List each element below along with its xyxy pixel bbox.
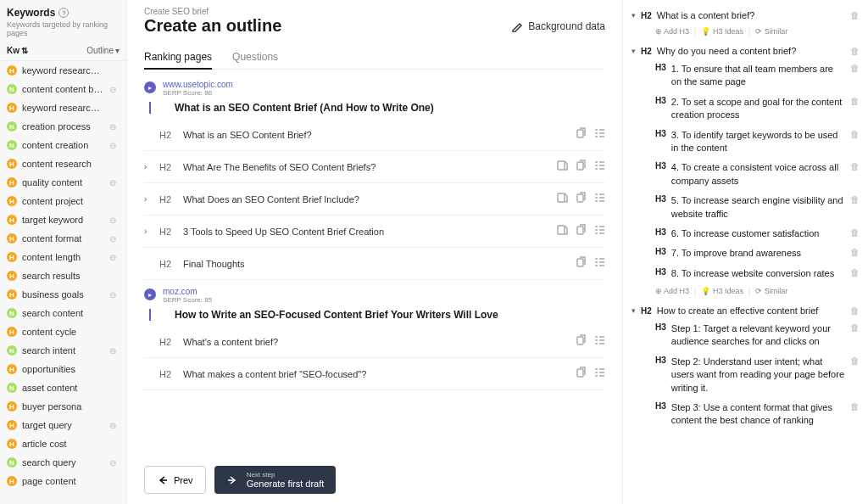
- delete-icon[interactable]: 🗑: [850, 267, 860, 280]
- remove-icon[interactable]: ⊖: [109, 234, 120, 244]
- outline-icon[interactable]: [593, 367, 605, 381]
- remove-icon[interactable]: ⊖: [109, 122, 120, 132]
- outline-h3[interactable]: H3Step 1: Target a relevant keyword your…: [632, 319, 860, 352]
- outline-h3[interactable]: H36. To increase customer satisfaction🗑: [632, 224, 860, 244]
- copy-icon[interactable]: [575, 367, 587, 381]
- heading-row[interactable]: H2What's a content brief?: [144, 326, 605, 358]
- outline-h2[interactable]: ▾H2Why do you need a content brief?🗑: [632, 42, 860, 59]
- copy-icon[interactable]: [575, 334, 587, 349]
- keyword-item[interactable]: Htarget query⊖: [0, 416, 126, 434]
- keyword-item[interactable]: Ncreation process⊖: [0, 117, 126, 136]
- keyword-item[interactable]: Hkeyword research guide: [0, 98, 126, 117]
- keyword-item[interactable]: Hsearch results: [0, 266, 126, 285]
- outline-h2[interactable]: ▾H2How to create an effective content br…: [632, 302, 860, 319]
- outline-h3[interactable]: H38. To increase website conversion rate…: [632, 264, 860, 283]
- keyword-item[interactable]: Harticle cost: [0, 434, 126, 453]
- copy-icon[interactable]: [575, 127, 587, 142]
- outline-icon[interactable]: [593, 160, 605, 174]
- keyword-item[interactable]: Nasset content: [0, 378, 126, 397]
- heading-row[interactable]: ›H2What Does an SEO Content Brief Includ…: [144, 183, 605, 216]
- chevron-icon[interactable]: ›: [144, 162, 153, 171]
- keyword-item[interactable]: Hbuyer persona: [0, 397, 126, 416]
- background-data-button[interactable]: Background data: [511, 20, 605, 32]
- copy-icon[interactable]: [575, 160, 587, 174]
- remove-icon[interactable]: ⊖: [109, 346, 120, 356]
- delete-icon[interactable]: 🗑: [850, 161, 860, 188]
- outline-icon[interactable]: [593, 127, 605, 142]
- chevron-icon[interactable]: ›: [144, 227, 153, 236]
- remove-icon[interactable]: ⊖: [109, 85, 120, 94]
- keyword-item[interactable]: Nsearch query⊖: [0, 453, 126, 472]
- remove-icon[interactable]: ⊖: [109, 253, 120, 262]
- copy-icon[interactable]: [575, 224, 587, 238]
- delete-icon[interactable]: 🗑: [850, 247, 860, 260]
- outline-h3[interactable]: H32. To set a scope and goal for the con…: [632, 92, 860, 126]
- outline-h3[interactable]: H31. To ensure that all team members are…: [632, 59, 860, 92]
- keyword-item[interactable]: Nsearch content: [0, 304, 126, 322]
- chevron-down-icon[interactable]: ▾: [632, 306, 636, 315]
- add-h3-button[interactable]: ⊕ Add H3: [655, 27, 689, 36]
- outline-h2[interactable]: ▾H2What is a content brief?🗑: [632, 7, 860, 24]
- keyword-item[interactable]: Hcontent research: [0, 154, 126, 173]
- keyword-item[interactable]: Hopportunities: [0, 360, 126, 378]
- keyword-item[interactable]: Ncontent creation⊖: [0, 136, 126, 154]
- keyword-item[interactable]: Ncontent content briefs⊖: [0, 80, 126, 98]
- chevron-down-icon[interactable]: ▾: [632, 47, 636, 55]
- heading-row[interactable]: H2What is an SEO Content Brief?: [144, 119, 605, 151]
- keyword-item[interactable]: Hkeyword research process: [0, 61, 126, 80]
- copy-icon[interactable]: [575, 256, 587, 271]
- serp-url[interactable]: www.usetopic.com: [163, 80, 233, 89]
- view-outline[interactable]: Outline ▾: [86, 46, 120, 55]
- sort-kw[interactable]: Kw ⇅: [7, 46, 28, 55]
- copy-icon[interactable]: [575, 192, 587, 206]
- outline-icon[interactable]: [593, 256, 605, 271]
- delete-icon[interactable]: 🗑: [850, 227, 860, 240]
- keyword-item[interactable]: Htarget keyword⊖: [0, 210, 126, 229]
- outline-h3[interactable]: H34. To create a consistent voice across…: [632, 158, 860, 191]
- help-icon[interactable]: ?: [58, 8, 69, 18]
- chevron-down-icon[interactable]: ▾: [632, 11, 636, 20]
- delete-icon[interactable]: 🗑: [850, 63, 860, 89]
- remove-icon[interactable]: ⊖: [109, 458, 120, 468]
- remove-icon[interactable]: ⊖: [109, 421, 120, 430]
- similar-button[interactable]: ⟳ Similar: [755, 27, 787, 36]
- remove-icon[interactable]: ⊖: [109, 141, 120, 150]
- keyword-item[interactable]: Hcontent cycle: [0, 322, 126, 341]
- delete-icon[interactable]: 🗑: [850, 305, 860, 316]
- outline-h3[interactable]: H33. To identify target keywords to be u…: [632, 126, 860, 159]
- delete-icon[interactable]: 🗑: [850, 129, 860, 155]
- h3-ideas-button[interactable]: 💡 H3 Ideas: [701, 27, 743, 36]
- outline-icon[interactable]: [593, 192, 605, 206]
- prev-button[interactable]: Prev: [144, 466, 206, 494]
- delete-icon[interactable]: 🗑: [850, 96, 860, 122]
- outline-icon[interactable]: [593, 224, 605, 238]
- heading-row[interactable]: H2Final Thoughts: [144, 248, 605, 280]
- heading-row[interactable]: ›H2What Are The Benefits of SEO Content …: [144, 151, 605, 183]
- delete-icon[interactable]: 🗑: [850, 10, 860, 20]
- similar-button[interactable]: ⟳ Similar: [755, 287, 787, 295]
- remove-icon[interactable]: ⊖: [109, 290, 120, 300]
- delete-icon[interactable]: 🗑: [850, 356, 860, 395]
- next-button[interactable]: Next step Generate first draft: [214, 466, 337, 494]
- tab-ranking-pages[interactable]: Ranking pages: [144, 46, 212, 70]
- keyword-item[interactable]: Hpage content: [0, 472, 126, 490]
- outline-h3[interactable]: H3Step 2: Understand user intent; what u…: [632, 352, 860, 398]
- add-h3-button[interactable]: ⊕ Add H3: [655, 287, 689, 295]
- outline-h3[interactable]: H35. To increase search engine visibilit…: [632, 191, 860, 224]
- doc-icon[interactable]: [556, 160, 568, 174]
- delete-icon[interactable]: 🗑: [850, 46, 860, 56]
- heading-row[interactable]: H2What makes a content brief "SEO-focuse…: [144, 358, 605, 390]
- serp-url[interactable]: moz.com: [163, 287, 212, 296]
- h3-ideas-button[interactable]: 💡 H3 Ideas: [701, 287, 743, 295]
- delete-icon[interactable]: 🗑: [850, 401, 860, 428]
- delete-icon[interactable]: 🗑: [850, 194, 860, 221]
- outline-h3[interactable]: H37. To improve brand awareness🗑: [632, 244, 860, 263]
- doc-icon[interactable]: [556, 192, 568, 206]
- delete-icon[interactable]: 🗑: [850, 322, 860, 349]
- keyword-item[interactable]: Nsearch intent⊖: [0, 341, 126, 360]
- keyword-item[interactable]: Hbusiness goals⊖: [0, 285, 126, 304]
- doc-icon[interactable]: [556, 224, 568, 238]
- heading-row[interactable]: ›H23 Tools to Speed Up SEO Content Brief…: [144, 216, 605, 248]
- remove-icon[interactable]: ⊖: [109, 178, 120, 188]
- outline-icon[interactable]: [593, 334, 605, 349]
